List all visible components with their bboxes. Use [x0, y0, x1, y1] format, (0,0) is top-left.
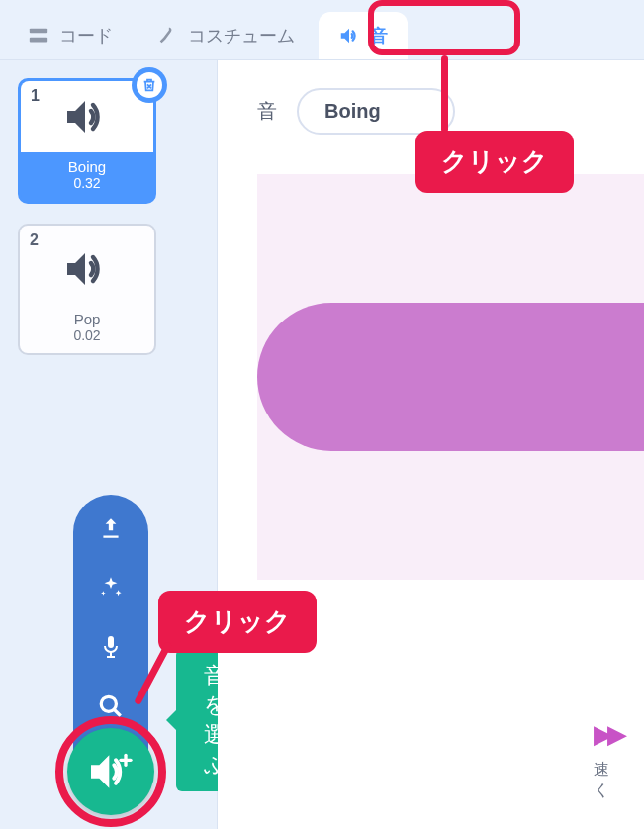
tab-sounds[interactable]: 音 [319, 12, 408, 59]
sound-duration: 0.32 [21, 175, 153, 191]
sound-label: 音 [257, 98, 277, 125]
annotation-callout-top: クリック [415, 131, 574, 193]
sound-name: Boing [21, 158, 153, 175]
sparkle-icon [98, 575, 124, 600]
sound-name-input[interactable]: Boing [297, 88, 455, 135]
faster-label: 速く [594, 760, 621, 801]
trash-icon [141, 77, 157, 93]
tabs-bar: コード コスチューム 音 [0, 0, 644, 59]
tab-code-label: コード [59, 24, 113, 47]
fast-forward-icon: ▶▶ [594, 719, 621, 750]
svg-rect-1 [30, 38, 47, 43]
delete-sound-button[interactable] [132, 67, 167, 103]
annotation-callout-fab: クリック [158, 591, 317, 653]
speaker-plus-icon [86, 750, 136, 793]
microphone-icon [99, 634, 123, 660]
search-sound-button[interactable] [97, 692, 125, 720]
faster-button[interactable]: ▶▶ 速く [594, 719, 621, 801]
brush-icon [156, 25, 178, 46]
search-icon [98, 693, 124, 719]
surprise-sound-button[interactable] [97, 574, 125, 601]
add-sound-fab[interactable] [67, 728, 154, 815]
tab-costumes-label: コスチューム [188, 24, 295, 47]
sounds-sidebar: 1 Boing 0.32 2 Pop 0.02 [0, 60, 218, 829]
sound-duration: 0.02 [20, 327, 154, 343]
tab-code[interactable]: コード [8, 12, 133, 59]
tab-costumes[interactable]: コスチューム [137, 12, 315, 59]
svg-rect-0 [30, 29, 47, 34]
sound-index: 1 [31, 87, 40, 105]
sound-tile-selected[interactable]: 1 Boing 0.32 [18, 78, 156, 204]
waveform-area[interactable] [257, 174, 644, 580]
upload-sound-button[interactable] [97, 514, 125, 542]
svg-line-8 [114, 709, 121, 716]
record-sound-button[interactable] [97, 633, 125, 661]
waveform-shape [257, 303, 644, 451]
speed-controls: ▶▶ 速く ◀◀ 遅く [594, 719, 644, 801]
speaker-icon [63, 249, 111, 289]
sound-thumb [20, 233, 154, 305]
blocks-icon [28, 25, 49, 46]
sound-tile[interactable]: 2 Pop 0.02 [18, 224, 156, 355]
speaker-icon [338, 25, 360, 46]
svg-point-7 [101, 696, 116, 711]
speaker-icon [63, 97, 111, 137]
tab-sounds-label: 音 [370, 24, 388, 47]
svg-rect-4 [108, 636, 114, 648]
sound-index: 2 [30, 231, 39, 249]
upload-icon [98, 515, 124, 541]
sound-name: Pop [20, 311, 154, 327]
